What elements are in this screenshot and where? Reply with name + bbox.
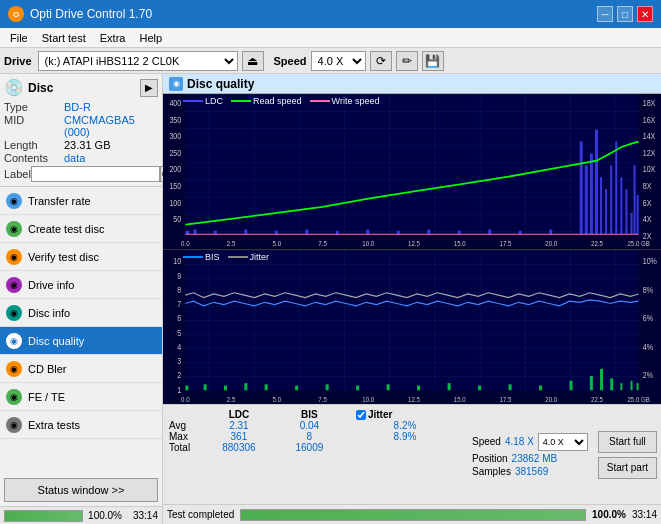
drive-label: Drive xyxy=(4,55,32,67)
nav-cd-bler[interactable]: ◉ CD Bler xyxy=(0,355,162,383)
nav-disc-info[interactable]: ◉ Disc info xyxy=(0,299,162,327)
svg-text:6%: 6% xyxy=(643,313,653,323)
avg-ldc: 2.31 xyxy=(201,420,277,431)
nav-disc-info-label: Disc info xyxy=(28,307,70,319)
menu-start-test[interactable]: Start test xyxy=(36,31,92,45)
svg-rect-52 xyxy=(620,177,622,234)
disc-icon: 💿 xyxy=(4,78,24,97)
svg-text:7: 7 xyxy=(177,299,181,309)
nav-fe-te[interactable]: ◉ FE / TE xyxy=(0,383,162,411)
nav-disc-quality[interactable]: ◉ Disc quality xyxy=(0,327,162,355)
max-jitter: 8.9% xyxy=(350,431,460,442)
svg-text:17.5: 17.5 xyxy=(500,395,512,403)
nav-create-test-disc-label: Create test disc xyxy=(28,223,104,235)
svg-rect-47 xyxy=(595,130,598,235)
svg-text:2.5: 2.5 xyxy=(227,395,236,403)
position-value: 23862 MB xyxy=(512,453,558,464)
minimize-button[interactable]: ─ xyxy=(597,6,613,22)
ldc-header: LDC xyxy=(201,409,277,420)
nav-verify-test-disc[interactable]: ◉ Verify test disc xyxy=(0,243,162,271)
svg-text:2: 2 xyxy=(177,370,181,380)
svg-rect-99 xyxy=(570,380,573,390)
menu-file[interactable]: File xyxy=(4,31,34,45)
nav-create-test-disc[interactable]: ◉ Create test disc xyxy=(0,215,162,243)
left-panel: 💿 Disc ▶ Type BD-R MID CMCMAGBA5 (000) L… xyxy=(0,74,163,524)
svg-text:9: 9 xyxy=(177,270,181,280)
stats-table-area: LDC BIS Jitter xyxy=(163,405,466,504)
svg-text:8%: 8% xyxy=(643,285,653,295)
svg-rect-37 xyxy=(366,229,369,234)
svg-text:8X: 8X xyxy=(643,182,652,192)
label-input[interactable] xyxy=(31,166,160,182)
edit-button[interactable]: ✏ xyxy=(396,51,418,71)
export-button[interactable]: ▶ xyxy=(140,79,158,97)
svg-rect-49 xyxy=(605,189,607,234)
nav-drive-info-label: Drive info xyxy=(28,279,74,291)
svg-text:5: 5 xyxy=(177,328,181,338)
eject-button[interactable]: ⏏ xyxy=(242,51,264,71)
disc-title: Disc xyxy=(28,81,53,95)
svg-text:17.5: 17.5 xyxy=(500,240,512,248)
speed-select[interactable]: 4.0 X xyxy=(311,51,366,71)
contents-label: Contents xyxy=(4,152,64,164)
nav-items: ◉ Transfer rate ◉ Create test disc ◉ Ver… xyxy=(0,187,162,474)
legend-ldc-label: LDC xyxy=(205,96,223,106)
disc-quality-header: ◉ Disc quality xyxy=(163,74,661,94)
nav-extra-tests-label: Extra tests xyxy=(28,419,80,431)
disc-info-icon: ◉ xyxy=(6,305,22,321)
mid-value: CMCMAGBA5 (000) xyxy=(64,114,158,138)
menu-help[interactable]: Help xyxy=(133,31,168,45)
nav-transfer-rate[interactable]: ◉ Transfer rate xyxy=(0,187,162,215)
bottom-progress-time: 33:14 xyxy=(632,509,657,520)
contents-value: data xyxy=(64,152,158,164)
speed-select-stat[interactable]: 4.0 X xyxy=(538,433,588,451)
stats-panel: LDC BIS Jitter xyxy=(163,404,661,524)
speed-label-stat: Speed xyxy=(472,436,501,447)
svg-rect-43 xyxy=(549,229,552,234)
menu-extra[interactable]: Extra xyxy=(94,31,132,45)
progress-bar xyxy=(4,510,83,522)
chart-bottom: BIS Jitter xyxy=(163,250,661,405)
refresh-button[interactable]: ⟳ xyxy=(370,51,392,71)
nav-drive-info[interactable]: ◉ Drive info xyxy=(0,271,162,299)
maximize-button[interactable]: □ xyxy=(617,6,633,22)
jitter-checkbox[interactable] xyxy=(356,410,366,420)
speed-position-area: Speed 4.18 X 4.0 X Position 23862 MB Sam… xyxy=(466,405,594,504)
svg-text:10.0: 10.0 xyxy=(362,240,374,248)
svg-rect-98 xyxy=(539,385,542,390)
svg-rect-33 xyxy=(244,229,247,234)
svg-rect-85 xyxy=(185,385,188,390)
nav-cd-bler-label: CD Bler xyxy=(28,363,67,375)
save-button[interactable]: 💾 xyxy=(422,51,444,71)
close-button[interactable]: ✕ xyxy=(637,6,653,22)
svg-text:5.0: 5.0 xyxy=(273,240,282,248)
svg-text:10.0: 10.0 xyxy=(362,395,374,403)
nav-extra-tests[interactable]: ◉ Extra tests xyxy=(0,411,162,439)
verify-test-disc-icon: ◉ xyxy=(6,249,22,265)
nav-transfer-rate-label: Transfer rate xyxy=(28,195,91,207)
svg-rect-97 xyxy=(509,384,512,390)
svg-rect-45 xyxy=(585,165,588,234)
svg-rect-89 xyxy=(265,384,268,390)
svg-text:1: 1 xyxy=(177,385,181,395)
nav-verify-test-disc-label: Verify test disc xyxy=(28,251,99,263)
svg-rect-88 xyxy=(244,383,247,390)
progress-bar-fill xyxy=(5,511,82,521)
type-label: Type xyxy=(4,101,64,113)
status-window-button[interactable]: Status window >> xyxy=(4,478,158,502)
drive-select[interactable]: (k:) ATAPI iHBS112 2 CL0K xyxy=(38,51,238,71)
svg-rect-93 xyxy=(387,384,390,390)
start-full-button[interactable]: Start full xyxy=(598,431,657,453)
svg-text:25.0 GB: 25.0 GB xyxy=(627,395,650,403)
svg-text:15.0: 15.0 xyxy=(454,395,466,403)
svg-text:18X: 18X xyxy=(643,98,656,108)
main-layout: 💿 Disc ▶ Type BD-R MID CMCMAGBA5 (000) L… xyxy=(0,74,661,524)
start-part-button[interactable]: Start part xyxy=(598,457,657,479)
svg-rect-55 xyxy=(634,165,636,234)
svg-rect-103 xyxy=(620,383,622,390)
svg-text:2%: 2% xyxy=(643,370,653,380)
bis-header: BIS xyxy=(277,409,342,420)
progress-percent: 100.0% xyxy=(87,510,122,521)
svg-text:10: 10 xyxy=(173,256,181,266)
title-bar: O Opti Drive Control 1.70 ─ □ ✕ xyxy=(0,0,661,28)
